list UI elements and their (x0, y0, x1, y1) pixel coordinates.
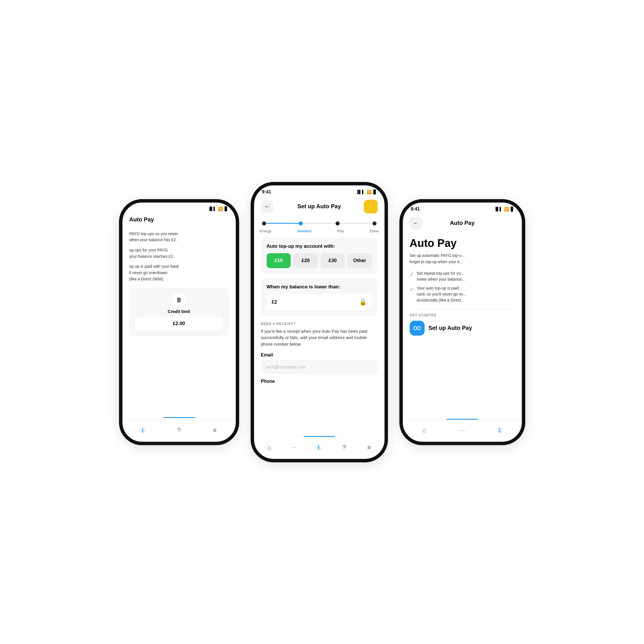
center-action-button[interactable]: ⚡ (364, 200, 378, 213)
delete-button[interactable]: 🗑 (173, 294, 185, 306)
setup-autopay-button[interactable]: Set up Auto Pay (410, 321, 515, 336)
right-description: Set up automatic PAYG top-u...forget to … (410, 253, 515, 265)
balance-card: When my balance is lower than: £2 🔒 (261, 278, 378, 316)
infinity-icon (413, 324, 421, 332)
right-nav-bar: ← Auto Pay (403, 214, 522, 232)
right-nav-currency-icon[interactable]: £ (494, 424, 506, 437)
left-status-bar: ▐▌▌ 🛜 ▊ (122, 203, 236, 213)
amount-other-button[interactable]: Other (348, 253, 372, 268)
receipt-section: NEED A RECEIPT? If you'd like a receipt … (261, 321, 378, 384)
right-phone: 9:41 ▐▌▌ 🛜 ▊ ← Auto Pay Auto Pay Set up … (399, 199, 525, 445)
right-heading: Auto Pay (410, 237, 515, 249)
center-bottom-nav: ⌂ ⋯ £ ? ≡ (254, 437, 385, 459)
left-phone: ▐▌▌ 🛜 ▊ Auto Pay PAYG top-ups so you nev… (119, 199, 239, 445)
check-item-2: ✓ Your auto top-up is paid...card, so yo… (410, 285, 515, 303)
right-battery-icon: ▊ (511, 207, 514, 211)
center-nav-bar: ← Set up Auto Pay ⚡ (254, 197, 385, 216)
center-time: 9:41 (262, 189, 271, 195)
battery-icon: ▊ (225, 207, 228, 211)
step-dot-done (372, 221, 377, 225)
left-content: PAYG top-ups so you never when your bala… (122, 226, 236, 417)
amount-20-button[interactable]: £20 (294, 253, 318, 268)
lock-icon: 🔒 (359, 298, 367, 306)
checkmark-icon-2: ✓ (410, 286, 414, 293)
left-desc2: op-ups for your PAYG your balance reache… (129, 247, 229, 259)
left-nav-title: Auto Pay (129, 216, 154, 223)
phone-field-label: Phone (261, 379, 378, 384)
right-wifi-icon: 🛜 (504, 207, 509, 211)
right-nav-title: Auto Pay (450, 220, 475, 226)
step-label-pay: Pay (337, 229, 344, 233)
receipt-description: If you'd like a receipt when your Auto P… (261, 328, 378, 348)
center-nav-currency-icon[interactable]: £ (313, 441, 325, 454)
credit-section: 🗑 Credit limit £2.00 (129, 288, 229, 336)
balance-value: £2 (272, 299, 277, 305)
right-content: Auto Pay Set up automatic PAYG top-u...f… (403, 232, 522, 419)
center-nav-menu-icon[interactable]: ≡ (363, 441, 375, 454)
step-line-3 (340, 223, 372, 224)
left-desc3: op-up is paid with your bank ll never go… (129, 263, 229, 282)
receipt-label: NEED A RECEIPT? (261, 322, 378, 326)
step-dot-pay (336, 221, 340, 225)
step-line-2 (303, 223, 336, 224)
credit-limit-value: £2.00 (135, 317, 223, 330)
step-dot-amount (299, 221, 303, 225)
right-back-button[interactable]: ← (410, 217, 422, 229)
topup-card-title: Auto top-up my account with: (267, 243, 372, 249)
center-content: Auto top-up my account with: £10 £20 £30… (254, 238, 385, 436)
get-started-label: GET STARTED (410, 309, 515, 317)
center-wifi-icon: 🛜 (367, 190, 372, 194)
center-status-icons: ▐▌▌ 🛜 ▊ (356, 190, 377, 194)
email-field-label: Email (261, 352, 378, 358)
checkmark-icon-1: ✓ (410, 271, 414, 278)
left-status-icons: ▐▌▌ 🛜 ▊ (208, 207, 228, 211)
center-nav-home-icon[interactable]: ⌂ (263, 441, 276, 454)
step-label-amount: Amount (297, 229, 311, 233)
right-back-icon: ← (413, 220, 419, 226)
right-time: 9:41 (411, 207, 420, 212)
stepper-labels: Energy Amount Pay Done (254, 227, 385, 238)
center-back-button[interactable]: ← (261, 200, 274, 213)
center-back-icon: ← (264, 203, 270, 210)
credit-limit-label: Credit limit (135, 309, 223, 314)
balance-row: £2 🔒 (267, 294, 372, 310)
right-signal-icon: ▐▌▌ (494, 207, 502, 211)
step-label-done: Done (370, 229, 379, 233)
left-nav-menu-icon[interactable]: ≡ (209, 424, 221, 437)
right-nav-home-icon[interactable]: ⌂ (418, 424, 431, 437)
stepper (254, 216, 385, 227)
left-nav-bar: Auto Pay (122, 213, 236, 226)
right-bottom-nav: ⌂ ⋯ £ (403, 420, 522, 442)
amount-30-button[interactable]: £30 (321, 253, 345, 268)
amount-options: £10 £20 £30 Other (267, 253, 372, 268)
center-lightning-icon: ⚡ (367, 203, 374, 210)
right-status-bar: 9:41 ▐▌▌ 🛜 ▊ (403, 203, 522, 214)
center-nav-help-icon[interactable]: ? (338, 441, 350, 454)
center-nav-activity-icon[interactable]: ⋯ (288, 441, 300, 454)
left-nav-currency-icon[interactable]: £ (137, 424, 149, 437)
left-bottom-nav: £ ? ≡ (122, 420, 236, 442)
right-status-icons: ▐▌▌ 🛜 ▊ (494, 207, 514, 211)
step-dot-energy (262, 221, 266, 225)
topup-card: Auto top-up my account with: £10 £20 £30… (261, 238, 378, 274)
left-desc1: PAYG top-ups so you never when your bala… (129, 231, 229, 243)
balance-card-title: When my balance is lower than: (267, 284, 372, 290)
center-battery-icon: ▊ (373, 190, 377, 194)
email-input[interactable]: sam@example.com (261, 360, 378, 374)
left-nav-help-icon[interactable]: ? (173, 424, 185, 437)
scene: ▐▌▌ 🛜 ▊ Auto Pay PAYG top-ups so you nev… (102, 159, 542, 485)
amount-10-button[interactable]: £10 (267, 253, 291, 268)
autopay-icon (410, 321, 425, 336)
wifi-icon: 🛜 (218, 207, 223, 211)
center-phone: 9:41 ▐▌▌ 🛜 ▊ ← Set up Auto Pay ⚡ (251, 182, 388, 462)
check-list: ✓ Set repeat top-ups for yo...meter when… (410, 270, 515, 303)
setup-autopay-label: Set up Auto Pay (429, 325, 472, 331)
step-line-1 (266, 223, 299, 224)
step-label-energy: Energy (260, 229, 272, 233)
center-nav-title: Set up Auto Pay (297, 203, 341, 210)
check-item-1: ✓ Set repeat top-ups for yo...meter when… (410, 270, 515, 282)
signal-icon: ▐▌▌ (208, 207, 216, 211)
center-signal-icon: ▐▌▌ (356, 190, 365, 194)
right-nav-activity-icon[interactable]: ⋯ (456, 424, 469, 437)
center-status-bar: 9:41 ▐▌▌ 🛜 ▊ (254, 185, 385, 197)
